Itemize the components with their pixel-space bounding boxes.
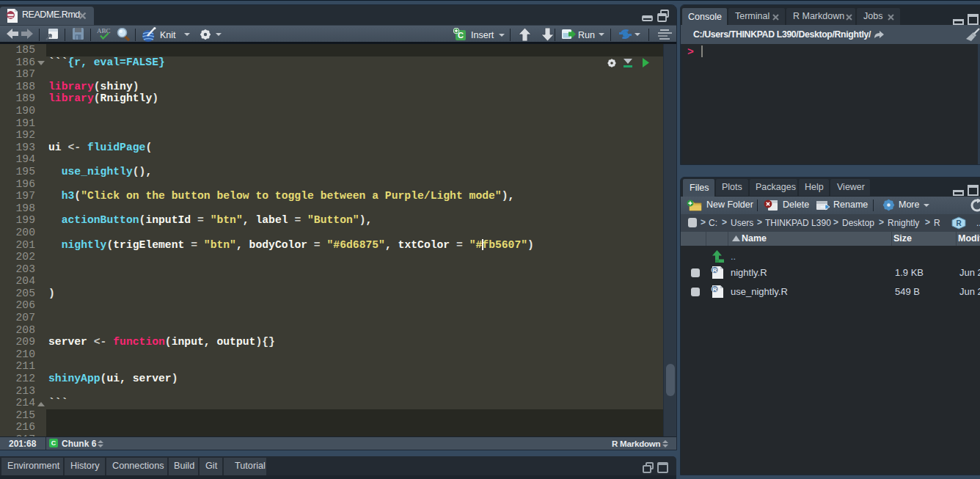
svg-text:R: R [713, 286, 717, 293]
svg-text:R: R [956, 219, 962, 227]
svg-text:R: R [713, 267, 717, 274]
